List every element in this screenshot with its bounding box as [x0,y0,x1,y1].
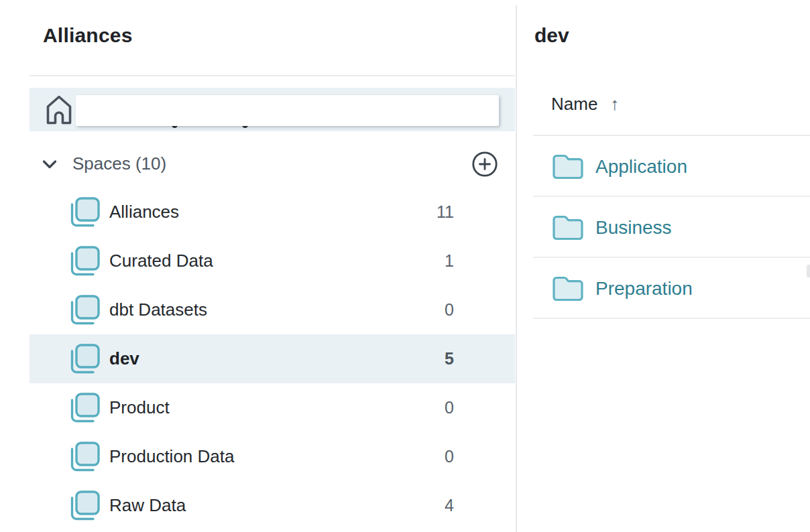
space-icon [69,442,100,472]
page-title: dev [534,24,569,47]
space-dataset-count: 11 [437,202,454,222]
folder-icon [552,276,584,302]
folder-row[interactable]: Business [517,197,810,258]
folder-link[interactable]: Application [595,156,687,178]
space-dataset-count: 5 [445,349,454,369]
space-icon [69,393,100,423]
space-label: Curated Data [109,251,213,271]
space-dataset-count: 0 [445,300,454,320]
folder-row[interactable]: Application [517,136,810,197]
space-icon [69,197,100,228]
space-row[interactable]: dev 5 [30,334,515,383]
folder-icon [552,215,584,241]
folder-icon [552,154,584,180]
space-dataset-count: 4 [445,496,454,515]
add-space-button[interactable] [471,151,498,178]
space-icon [69,344,100,375]
space-icon [69,246,100,277]
space-label: Raw Data [109,495,186,516]
folder-row[interactable]: Preparation [517,258,810,319]
sidebar-title-divider [30,75,515,76]
chevron-down-icon [41,155,58,173]
spaces-section-label: Spaces (10) [72,153,166,174]
name-header-label: Name [551,94,597,114]
plus-circle-icon [471,151,498,178]
folder-list: Application Business Preparation [517,136,810,319]
space-row[interactable]: Production Data 0 [30,432,515,481]
space-row[interactable]: Alliances 11 [30,188,515,237]
spaces-section-header[interactable]: Spaces (10) [30,149,515,180]
content-panel: dev Name↑ Application Business Preparati… [517,0,810,532]
folder-link[interactable]: Preparation [595,278,693,300]
space-row[interactable]: Curated Data 1 [30,237,515,285]
spaces-list: Alliances 11 Curated Data 1 dbt Datasets… [30,188,515,530]
space-label: Product [109,397,170,418]
space-icon [69,490,100,521]
space-dataset-count: 0 [445,447,454,466]
space-row[interactable]: dbt Datasets 0 [30,285,515,334]
space-row[interactable]: Raw Data 4 [30,481,515,530]
redaction-overlay [76,95,499,126]
space-dataset-count: 0 [445,398,454,417]
home-row[interactable] [30,88,515,131]
space-dataset-count: 1 [445,251,454,271]
folder-link[interactable]: Business [595,217,672,239]
name-column-header[interactable]: Name↑ [551,94,619,115]
home-icon [46,94,72,125]
scrollbar-thumb[interactable] [807,265,810,277]
space-label: dbt Datasets [109,300,207,320]
space-label: Alliances [109,202,179,222]
space-label: dev [109,348,139,369]
sort-ascending-icon: ↑ [610,94,619,114]
sidebar-title: Alliances [43,24,133,47]
space-label: Production Data [109,446,234,467]
sidebar: Alliances Spaces (10) [0,0,515,532]
space-row[interactable]: Product 0 [30,383,515,432]
space-icon [69,295,100,326]
app-window: Alliances Spaces (10) [0,0,810,532]
